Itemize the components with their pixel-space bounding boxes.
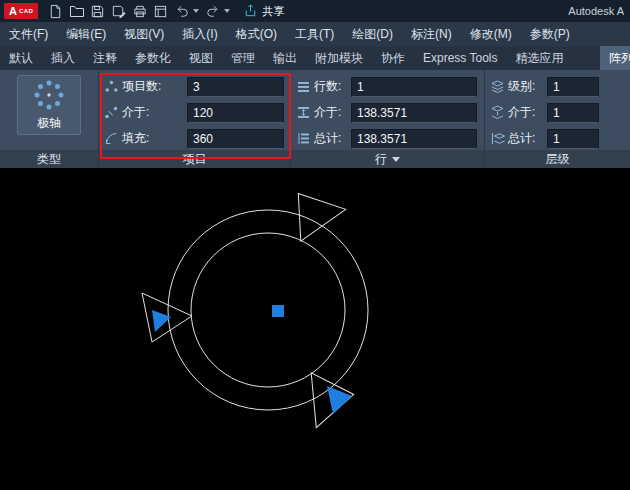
menu-format[interactable]: 格式(O) xyxy=(227,22,286,46)
save-icon[interactable] xyxy=(87,1,108,21)
logo-a: A xyxy=(9,6,17,17)
rows-total-row: 总计: xyxy=(296,128,484,149)
panel-rows: 行数: 介于: 总计: xyxy=(290,70,484,168)
center-grip[interactable] xyxy=(272,305,284,317)
menu-insert[interactable]: 插入(I) xyxy=(173,22,226,46)
undo-control[interactable] xyxy=(171,1,202,21)
ribbon-array-creation: 极轴 类型 项目数: xyxy=(0,70,630,168)
layout-sheet-icon[interactable] xyxy=(150,1,171,21)
array-inner-circle[interactable] xyxy=(191,233,345,387)
chevron-down-icon xyxy=(392,157,400,162)
items-between-row: 介于: xyxy=(104,102,290,123)
app-title: Autodesk A xyxy=(568,5,624,17)
levels-between-icon xyxy=(490,105,505,120)
items-fill-row: 填充: xyxy=(104,128,290,149)
new-file-icon[interactable] xyxy=(45,1,66,21)
save-as-icon[interactable] xyxy=(108,1,129,21)
items-count-icon xyxy=(104,79,119,94)
panel-rows-footer-label: 行 xyxy=(375,151,387,168)
tab-manage[interactable]: 管理 xyxy=(222,46,264,70)
tab-addins[interactable]: 附加模块 xyxy=(306,46,372,70)
levels-total-icon xyxy=(490,131,505,146)
panel-type: 极轴 类型 xyxy=(0,70,98,168)
levels-total-row: 总计: xyxy=(490,128,630,149)
tab-view[interactable]: 视图 xyxy=(180,46,222,70)
redo-control[interactable] xyxy=(202,1,233,21)
items-between-input[interactable] xyxy=(187,103,284,123)
panel-items-footer[interactable]: 项目 xyxy=(99,150,290,168)
redo-icon[interactable] xyxy=(202,1,223,21)
panel-levels-footer[interactable]: 层级 xyxy=(485,150,630,168)
tab-home[interactable]: 默认 xyxy=(0,46,42,70)
rows-between-label: 介于: xyxy=(314,104,348,121)
items-fill-angle-icon xyxy=(104,131,119,146)
share-button[interactable]: 共享 xyxy=(243,3,284,20)
levels-between-label: 介于: xyxy=(508,104,544,121)
rows-count-input[interactable] xyxy=(351,77,477,97)
items-between-label: 介于: xyxy=(122,104,184,121)
tab-annotate[interactable]: 注释 xyxy=(84,46,126,70)
items-count-row: 项目数: xyxy=(104,76,290,97)
tab-output[interactable]: 输出 xyxy=(264,46,306,70)
menubar: 文件(F) 编辑(E) 视图(V) 插入(I) 格式(O) 工具(T) 绘图(D… xyxy=(0,22,630,46)
autocad-window: A CAD xyxy=(0,0,630,490)
share-label: 共享 xyxy=(262,4,284,19)
items-count-input[interactable] xyxy=(187,77,284,97)
tab-express-tools[interactable]: Express Tools xyxy=(414,46,506,70)
menu-draw[interactable]: 绘图(D) xyxy=(343,22,402,46)
rows-count-row: 行数: xyxy=(296,76,484,97)
levels-between-input[interactable] xyxy=(547,103,599,123)
menu-dimension[interactable]: 标注(N) xyxy=(402,22,461,46)
rows-total-input[interactable] xyxy=(351,129,477,149)
open-folder-icon[interactable] xyxy=(66,1,87,21)
array-item-2-triangle[interactable] xyxy=(278,185,345,253)
panel-type-footer[interactable]: 类型 xyxy=(0,150,98,168)
share-icon xyxy=(243,3,258,20)
tab-parametric[interactable]: 参数化 xyxy=(126,46,180,70)
menu-file[interactable]: 文件(F) xyxy=(0,22,57,46)
rows-total-icon xyxy=(296,131,311,146)
plot-icon[interactable] xyxy=(129,1,150,21)
polar-array-button[interactable]: 极轴 xyxy=(17,75,81,135)
tab-featured-apps[interactable]: 精选应用 xyxy=(506,46,572,70)
rows-between-row: 介于: xyxy=(296,102,484,123)
rows-count-icon xyxy=(296,79,311,94)
rows-total-label: 总计: xyxy=(314,130,348,147)
titlebar: A CAD xyxy=(0,0,630,22)
items-count-label: 项目数: xyxy=(122,78,184,95)
drawing-canvas[interactable] xyxy=(0,168,630,490)
items-fill-label: 填充: xyxy=(122,130,184,147)
rows-count-label: 行数: xyxy=(314,78,348,95)
menu-view[interactable]: 视图(V) xyxy=(115,22,173,46)
menu-parametric[interactable]: 参数(P) xyxy=(521,22,579,46)
levels-count-label: 级别: xyxy=(508,78,544,95)
levels-count-input[interactable] xyxy=(547,77,599,97)
menu-edit[interactable]: 编辑(E) xyxy=(57,22,115,46)
items-fill-input[interactable] xyxy=(187,129,284,149)
undo-dropdown-caret[interactable] xyxy=(193,9,199,13)
panel-items: 项目数: 介于: 填充: xyxy=(98,70,290,168)
logo-cad: CAD xyxy=(19,8,34,14)
levels-between-row: 介于: xyxy=(490,102,630,123)
redo-dropdown-caret[interactable] xyxy=(224,9,230,13)
items-between-icon xyxy=(104,105,119,120)
tab-array-creation[interactable]: 阵列创建 xyxy=(600,46,630,70)
panel-rows-footer[interactable]: 行 xyxy=(291,150,484,168)
undo-icon[interactable] xyxy=(171,1,192,21)
item-count-grip[interactable] xyxy=(327,386,352,414)
polar-array-label: 极轴 xyxy=(37,115,61,132)
autocad-logo[interactable]: A CAD xyxy=(4,3,38,19)
levels-total-input[interactable] xyxy=(547,129,599,149)
tab-collaborate[interactable]: 协作 xyxy=(372,46,414,70)
tab-insert[interactable]: 插入 xyxy=(42,46,84,70)
levels-count-icon xyxy=(490,79,505,94)
levels-total-label: 总计: xyxy=(508,130,544,147)
panel-items-footer-label: 项目 xyxy=(183,151,207,168)
panel-levels-footer-label: 层级 xyxy=(546,151,570,168)
menu-tools[interactable]: 工具(T) xyxy=(286,22,343,46)
rows-between-input[interactable] xyxy=(351,103,477,123)
menu-modify[interactable]: 修改(M) xyxy=(461,22,521,46)
levels-count-row: 级别: xyxy=(490,76,630,97)
rows-between-icon xyxy=(296,105,311,120)
array-outer-circle[interactable] xyxy=(168,210,368,410)
